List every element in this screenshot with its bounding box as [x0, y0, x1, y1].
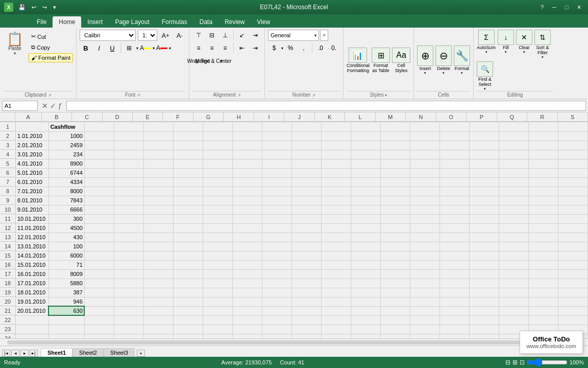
cell-E4[interactable] — [143, 150, 173, 159]
font-name-select[interactable]: Calibri — [80, 30, 136, 41]
cell-E8[interactable] — [143, 187, 173, 196]
col-header-F[interactable]: F — [163, 112, 193, 122]
cell-M10[interactable] — [380, 205, 410, 214]
cell-M14[interactable] — [380, 242, 410, 251]
cell-D8[interactable] — [114, 187, 143, 196]
cell-R17[interactable] — [528, 269, 558, 279]
cell-A3[interactable]: 2.01.2010 — [16, 141, 48, 150]
cell-D4[interactable] — [114, 150, 143, 159]
cell-G19[interactable] — [203, 288, 232, 297]
cell-O21[interactable] — [439, 306, 469, 315]
cell-H13[interactable] — [232, 233, 262, 242]
cell-B14[interactable]: 100 — [48, 242, 84, 251]
cell-K16[interactable] — [321, 260, 351, 269]
cell-E12[interactable] — [143, 223, 173, 233]
cell-Q12[interactable] — [499, 223, 528, 233]
name-box[interactable]: A1 — [2, 101, 38, 111]
cell-L1[interactable] — [351, 122, 380, 131]
font-color-button[interactable]: A — [156, 42, 168, 54]
cell-L23[interactable] — [351, 325, 380, 334]
cell-G24[interactable] — [203, 334, 232, 338]
col-header-G[interactable]: G — [193, 112, 224, 122]
cell-D14[interactable] — [114, 242, 143, 251]
cell-O17[interactable] — [439, 269, 469, 279]
format-cells-button[interactable]: 🔧 Format ▾ — [454, 45, 470, 75]
cell-F21[interactable] — [173, 306, 203, 315]
help-button[interactable]: ? — [537, 3, 547, 11]
comma-button[interactable]: , — [298, 42, 310, 54]
cell-S1[interactable] — [558, 122, 587, 131]
decrease-font-button[interactable]: A- — [174, 30, 186, 41]
decrease-decimal-button[interactable]: 0. — [328, 42, 340, 54]
cell-A22[interactable] — [16, 315, 48, 325]
cell-M5[interactable] — [380, 159, 410, 168]
cell-A7[interactable]: 6.01.2010 — [16, 177, 48, 187]
redo-button[interactable]: ↪ — [40, 3, 49, 12]
cell-Q13[interactable] — [499, 233, 528, 242]
cell-E24[interactable] — [143, 334, 173, 338]
cell-B22[interactable] — [48, 315, 84, 325]
cell-H9[interactable] — [232, 196, 262, 205]
cell-K18[interactable] — [321, 279, 351, 288]
cell-A11[interactable]: 10.01.2010 — [16, 214, 48, 223]
cell-Q20[interactable] — [499, 297, 528, 306]
row-header-4[interactable]: 4 — [0, 150, 15, 159]
cell-I9[interactable] — [262, 196, 291, 205]
cell-A14[interactable]: 13.01.2010 — [16, 242, 48, 251]
cell-F9[interactable] — [173, 196, 203, 205]
cell-L20[interactable] — [351, 297, 380, 306]
cell-K2[interactable] — [321, 131, 351, 141]
cell-C16[interactable] — [84, 260, 114, 269]
cell-G2[interactable] — [203, 131, 232, 141]
cell-C23[interactable] — [84, 325, 114, 334]
sheet-nav-last[interactable]: ▸| — [30, 350, 38, 357]
find-select-button[interactable]: 🔍 Find &Select ▾ — [477, 61, 493, 91]
cell-I12[interactable] — [262, 223, 291, 233]
cell-H7[interactable] — [232, 177, 262, 187]
cell-G17[interactable] — [203, 269, 232, 279]
cell-G16[interactable] — [203, 260, 232, 269]
cell-E15[interactable] — [143, 251, 173, 260]
cell-K8[interactable] — [321, 187, 351, 196]
cell-B20[interactable]: 946 — [48, 297, 84, 306]
cell-P5[interactable] — [469, 159, 499, 168]
row-header-12[interactable]: 12 — [0, 223, 15, 233]
cell-P11[interactable] — [469, 214, 499, 223]
cell-N20[interactable] — [410, 297, 439, 306]
cell-S16[interactable] — [558, 260, 587, 269]
cell-K4[interactable] — [321, 150, 351, 159]
cell-A5[interactable]: 4.01.2010 — [16, 159, 48, 168]
cell-A23[interactable] — [16, 325, 48, 334]
cell-S14[interactable] — [558, 242, 587, 251]
cell-O24[interactable] — [439, 334, 469, 338]
cell-H10[interactable] — [232, 205, 262, 214]
fill-color-button[interactable]: A — [139, 42, 152, 54]
cell-O15[interactable] — [439, 251, 469, 260]
cell-B2[interactable]: 1000 — [48, 131, 84, 141]
maximize-button[interactable]: □ — [561, 3, 572, 11]
cell-N11[interactable] — [410, 214, 439, 223]
cell-O9[interactable] — [439, 196, 469, 205]
cell-E3[interactable] — [143, 141, 173, 150]
row-header-6[interactable]: 6 — [0, 168, 15, 177]
cell-K6[interactable] — [321, 168, 351, 177]
align-middle-button[interactable]: ⊟ — [206, 30, 218, 41]
cell-F17[interactable] — [173, 269, 203, 279]
cell-B8[interactable]: 8000 — [48, 187, 84, 196]
cell-O11[interactable] — [439, 214, 469, 223]
cell-N2[interactable] — [410, 131, 439, 141]
cell-H11[interactable] — [232, 214, 262, 223]
cell-G3[interactable] — [203, 141, 232, 150]
cell-P3[interactable] — [469, 141, 499, 150]
cell-J22[interactable] — [291, 315, 321, 325]
cell-P1[interactable] — [469, 122, 499, 131]
cell-A17[interactable]: 16.01.2010 — [16, 269, 48, 279]
tab-home[interactable]: Home — [53, 16, 81, 28]
cell-C8[interactable] — [84, 187, 114, 196]
cell-E14[interactable] — [143, 242, 173, 251]
cell-J2[interactable] — [291, 131, 321, 141]
cell-D17[interactable] — [114, 269, 143, 279]
cell-K19[interactable] — [321, 288, 351, 297]
col-header-M[interactable]: M — [376, 112, 406, 122]
cell-C11[interactable] — [84, 214, 114, 223]
